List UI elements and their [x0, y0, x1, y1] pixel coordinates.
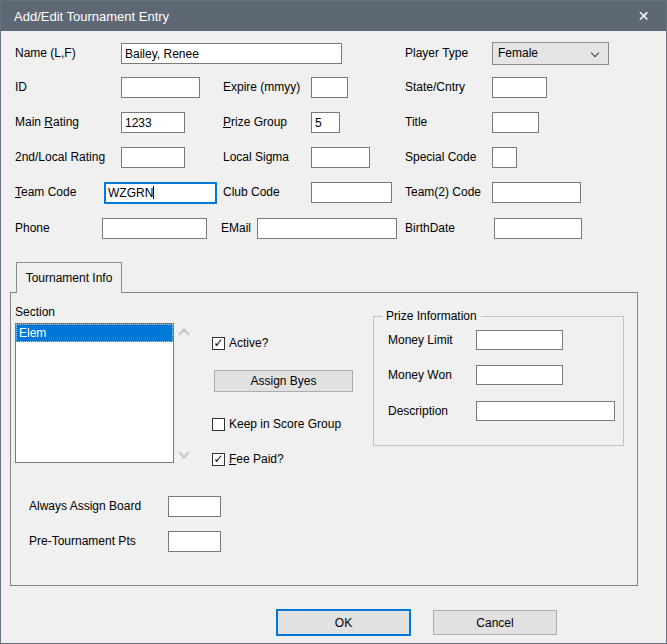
club-code-input[interactable] — [311, 182, 392, 203]
money-limit-label: Money Limit — [388, 330, 453, 350]
title-input[interactable] — [492, 112, 539, 133]
close-button[interactable]: ✕ — [621, 1, 666, 31]
name-input[interactable] — [121, 43, 342, 64]
add-edit-tournament-entry-dialog: Add/Edit Tournament Entry ✕ Name (L,F) P… — [0, 0, 667, 644]
prize-group-input[interactable] — [311, 112, 340, 133]
text-cursor — [153, 186, 154, 199]
check-icon: ✓ — [213, 452, 223, 466]
cancel-button[interactable]: Cancel — [433, 610, 557, 635]
pre-tournament-pts-input[interactable] — [168, 531, 221, 552]
email-input[interactable] — [257, 218, 397, 239]
team-code-input[interactable]: WZGRN — [104, 182, 217, 204]
id-input[interactable] — [121, 77, 200, 98]
team2-code-label: Team(2) Code — [405, 182, 481, 203]
fee-paid-checkbox[interactable]: ✓ — [212, 453, 225, 466]
prize-information-legend: Prize Information — [382, 308, 481, 324]
always-assign-board-input[interactable] — [168, 496, 221, 517]
player-type-dropdown[interactable]: Female — [492, 42, 609, 65]
email-label: EMail — [221, 218, 251, 239]
phone-label: Phone — [15, 218, 50, 239]
main-rating-label: Main Rating — [15, 112, 79, 133]
section-listbox[interactable]: Elem — [15, 323, 174, 463]
special-code-label: Special Code — [405, 147, 476, 168]
always-assign-board-label: Always Assign Board — [29, 496, 141, 517]
main-rating-input[interactable] — [121, 112, 185, 133]
tab-label: Tournament Info — [26, 271, 113, 285]
assign-byes-button[interactable]: Assign Byes — [214, 370, 353, 392]
list-item-selected[interactable]: Elem — [16, 324, 173, 342]
name-label: Name (L,F) — [15, 43, 76, 64]
title-bar: Add/Edit Tournament Entry — [1, 1, 666, 31]
keep-in-score-group-checkbox[interactable] — [212, 418, 225, 431]
dialog-title: Add/Edit Tournament Entry — [14, 9, 169, 24]
pre-tournament-pts-label: Pre-Tournament Pts — [29, 531, 136, 552]
money-limit-input[interactable] — [476, 330, 563, 350]
title-field-label: Title — [405, 112, 427, 133]
ok-button[interactable]: OK — [276, 609, 411, 636]
birthdate-input[interactable] — [494, 218, 582, 239]
active-label: Active? — [229, 333, 268, 354]
team2-code-input[interactable] — [492, 182, 581, 203]
team-code-label: Team Code — [15, 182, 76, 203]
state-cntry-label: State/Cntry — [405, 77, 465, 98]
birthdate-label: BirthDate — [405, 218, 455, 239]
state-cntry-input[interactable] — [492, 77, 547, 98]
club-code-label: Club Code — [223, 182, 280, 203]
active-checkbox[interactable]: ✓ — [212, 337, 225, 350]
local-sigma-input[interactable] — [311, 147, 370, 168]
tab-tournament-info[interactable]: Tournament Info — [16, 262, 122, 293]
close-icon: ✕ — [638, 8, 650, 24]
section-label: Section — [15, 303, 55, 321]
chevron-down-icon — [591, 49, 599, 57]
player-type-label: Player Type — [405, 43, 468, 64]
money-won-input[interactable] — [476, 365, 563, 385]
second-local-rating-label: 2nd/Local Rating — [15, 147, 105, 168]
keep-in-score-group-label: Keep in Score Group — [229, 414, 341, 435]
check-icon: ✓ — [213, 336, 223, 350]
player-type-value: Female — [498, 46, 538, 60]
expire-input[interactable] — [311, 77, 348, 98]
description-label: Description — [388, 401, 448, 421]
expire-label: Expire (mmyy) — [223, 77, 300, 98]
description-input[interactable] — [476, 401, 615, 421]
fee-paid-label: Fee Paid? — [229, 449, 284, 470]
prize-group-label: Prize Group — [223, 112, 287, 133]
special-code-input[interactable] — [492, 147, 517, 168]
phone-input[interactable] — [102, 218, 207, 239]
second-local-rating-input[interactable] — [121, 147, 185, 168]
id-label: ID — [15, 77, 27, 98]
money-won-label: Money Won — [388, 365, 452, 385]
local-sigma-label: Local Sigma — [223, 147, 289, 168]
